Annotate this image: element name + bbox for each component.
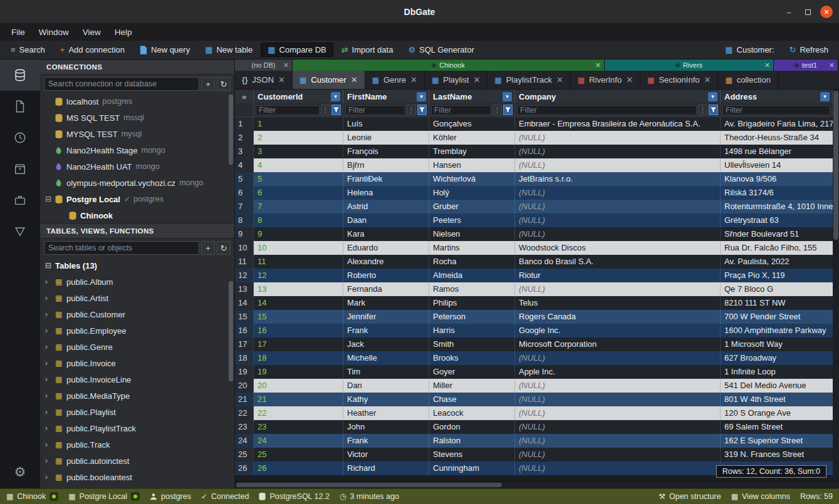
- cell-customerid[interactable]: 11: [254, 255, 343, 269]
- funnel-icon[interactable]: [709, 105, 718, 115]
- cell-company[interactable]: (NULL): [515, 282, 721, 296]
- connection-item[interactable]: MYSQL TEST mysql: [40, 126, 234, 142]
- cell-company[interactable]: Embraer - Empresa Brasileira de Aeronáut…: [515, 117, 721, 131]
- rail-history-button[interactable]: [0, 122, 40, 153]
- table-row[interactable]: 4 4 Bjřrn Hansen (NULL) Ullevĺlsveien 14: [235, 158, 833, 172]
- row-number[interactable]: 9: [235, 227, 254, 241]
- row-number[interactable]: 16: [235, 324, 254, 337]
- row-number[interactable]: 5: [235, 172, 254, 186]
- cell-customerid[interactable]: 10: [254, 241, 343, 255]
- cell-company[interactable]: Telus: [515, 296, 721, 310]
- cell-address[interactable]: Grétrystraat 63: [721, 213, 833, 227]
- close-icon[interactable]: ✕: [595, 61, 601, 69]
- cell-address[interactable]: 69 Salem Street: [721, 420, 833, 434]
- connection-item[interactable]: Chinook: [40, 207, 234, 224]
- table-row[interactable]: 16 16 Frank Harris Google Inc. 1600 Amph…: [235, 324, 833, 337]
- table-item[interactable]: › ▦ public.Customer: [40, 306, 234, 322]
- table-row[interactable]: 11 11 Alexandre Rocha Banco do Brasil S.…: [235, 255, 833, 269]
- filter-menu-button[interactable]: ⋮: [698, 105, 707, 115]
- cell-lastname[interactable]: Tremblay: [429, 145, 515, 158]
- table-row[interactable]: 15 15 Jennifer Peterson Rogers Canada 70…: [235, 310, 833, 324]
- filter-input[interactable]: [345, 105, 405, 115]
- row-number[interactable]: 13: [235, 282, 254, 296]
- cell-company[interactable]: (NULL): [515, 131, 721, 145]
- connection-item[interactable]: MS SQL TEST mssql: [40, 110, 234, 126]
- cell-address[interactable]: Av. Brigadeiro Faria Lima, 2170: [721, 117, 833, 131]
- file-tab[interactable]: ▦ Playlist ✕: [425, 71, 487, 89]
- cell-lastname[interactable]: Gruber: [429, 200, 515, 213]
- menu-item[interactable]: File: [5, 26, 31, 39]
- cell-lastname[interactable]: Miller: [429, 379, 515, 393]
- file-tab[interactable]: ▦ Customer ✕: [293, 71, 365, 89]
- close-icon[interactable]: ✕: [278, 75, 285, 85]
- cell-address[interactable]: Praça Pio X, 119: [721, 269, 833, 282]
- table-row[interactable]: 14 14 Mark Philips Telus 8210 111 ST NW: [235, 296, 833, 310]
- cell-lastname[interactable]: Rocha: [429, 255, 515, 269]
- cell-customerid[interactable]: 12: [254, 269, 343, 282]
- connections-search-input[interactable]: [44, 77, 199, 91]
- table-row[interactable]: 18 18 Michelle Brooks (NULL) 627 Broadwa…: [235, 351, 833, 365]
- cell-firstname[interactable]: Leonie: [343, 131, 429, 145]
- cell-address[interactable]: Rilská 3174/6: [721, 186, 833, 200]
- table-item[interactable]: › ▦ public.Employee: [40, 322, 234, 339]
- database-group-tab[interactable]: Chinook ✕: [293, 59, 605, 71]
- cell-company[interactable]: (NULL): [515, 213, 721, 227]
- cell-company[interactable]: Rogers Canada: [515, 310, 721, 324]
- cell-lastname[interactable]: Brooks: [429, 351, 515, 365]
- cell-company[interactable]: (NULL): [515, 461, 721, 475]
- statusbar-item[interactable]: ▦ View columns: [731, 492, 790, 501]
- cell-firstname[interactable]: Richard: [343, 461, 429, 475]
- filter-input[interactable]: [517, 105, 697, 115]
- row-number[interactable]: 23: [235, 420, 254, 434]
- chevron-right-icon[interactable]: ›: [45, 473, 55, 481]
- rail-filter-button[interactable]: [0, 216, 40, 247]
- menu-item[interactable]: View: [76, 26, 107, 39]
- cell-customerid[interactable]: 3: [254, 145, 343, 158]
- file-tab[interactable]: ▦ SectionInfo ✕: [640, 71, 718, 89]
- filter-input[interactable]: [722, 105, 830, 115]
- cell-firstname[interactable]: Dan: [343, 379, 429, 393]
- cell-lastname[interactable]: Ramos: [429, 282, 515, 296]
- table-row[interactable]: 7 7 Astrid Gruber (NULL) Rotenturmstraße…: [235, 200, 833, 213]
- cell-lastname[interactable]: Wichterlová: [429, 172, 515, 186]
- cell-company[interactable]: (NULL): [515, 200, 721, 213]
- cell-firstname[interactable]: Roberto: [343, 269, 429, 282]
- cell-firstname[interactable]: Daan: [343, 213, 429, 227]
- close-icon[interactable]: ✕: [704, 75, 711, 85]
- cell-company[interactable]: (NULL): [515, 158, 721, 172]
- cell-company[interactable]: Google Inc.: [515, 324, 721, 337]
- cell-customerid[interactable]: 14: [254, 296, 343, 310]
- cell-customerid[interactable]: 17: [254, 337, 343, 351]
- cell-company[interactable]: (NULL): [515, 434, 721, 448]
- chevron-right-icon[interactable]: ›: [45, 359, 55, 368]
- column-header[interactable]: CustomerId ▾: [254, 90, 343, 103]
- table-item[interactable]: › ▦ public.booleantest: [40, 469, 234, 485]
- cell-address[interactable]: 1600 Amphitheatre Parkway: [721, 324, 833, 337]
- toolbar-button[interactable]: ↻ Refresh: [783, 43, 835, 57]
- connection-item[interactable]: ⊟ Postgre Local ✓ postgres: [40, 191, 234, 207]
- cell-company[interactable]: Banco do Brasil S.A.: [515, 255, 721, 269]
- database-group-tab[interactable]: Rivers ✕: [605, 59, 774, 71]
- cell-lastname[interactable]: Stevens: [429, 448, 515, 461]
- cell-company[interactable]: (NULL): [515, 448, 721, 461]
- filter-input[interactable]: [256, 105, 320, 115]
- cell-customerid[interactable]: 22: [254, 406, 343, 420]
- column-header[interactable]: Company ▾: [515, 90, 721, 103]
- cell-lastname[interactable]: Hansen: [429, 158, 515, 172]
- connection-item[interactable]: localhost postgres: [40, 93, 234, 110]
- table-row[interactable]: 17 17 Jack Smith Microsoft Corporation 1…: [235, 337, 833, 351]
- add-connection-small-button[interactable]: +: [201, 77, 215, 91]
- column-dropdown-button[interactable]: ▾: [820, 92, 830, 101]
- cell-company[interactable]: (NULL): [515, 227, 721, 241]
- cell-firstname[interactable]: Alexandre: [343, 255, 429, 269]
- connection-item[interactable]: Nano2Health UAT mongo: [40, 158, 234, 175]
- cell-address[interactable]: Ullevĺlsveien 14: [721, 158, 833, 172]
- toolbar-button[interactable]: ▦ Customer:: [718, 43, 781, 57]
- grid-horizontal-scrollbar-thumb[interactable]: [236, 483, 502, 487]
- database-group-tab[interactable]: (no DB) ✕: [235, 59, 293, 71]
- cell-firstname[interactable]: Bjřrn: [343, 158, 429, 172]
- cell-firstname[interactable]: Frank: [343, 324, 429, 337]
- statusbar-item[interactable]: ◷ 3 minutes ago: [340, 492, 399, 501]
- row-number[interactable]: 2: [235, 131, 254, 145]
- maximize-button[interactable]: [801, 6, 814, 18]
